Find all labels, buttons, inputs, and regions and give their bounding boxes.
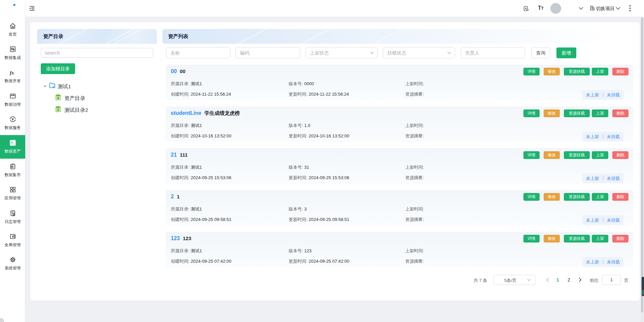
svg-text:fx: fx xyxy=(10,70,14,75)
svg-text:¥: ¥ xyxy=(57,96,60,101)
svg-text:¥: ¥ xyxy=(57,107,60,112)
